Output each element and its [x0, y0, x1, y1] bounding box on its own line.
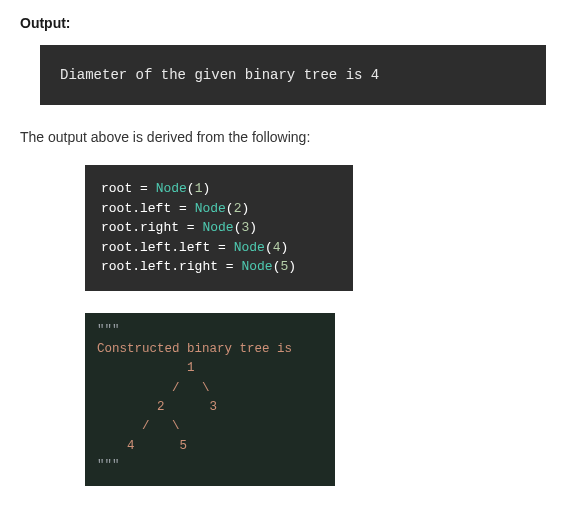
- code-token: Node: [234, 240, 265, 255]
- code-token: [226, 240, 234, 255]
- code-token: root.left: [101, 201, 179, 216]
- code-token: Node: [202, 220, 233, 235]
- code-block-tree-construction: root = Node(1) root.left = Node(2) root.…: [85, 165, 353, 291]
- explanation-text: The output above is derived from the fol…: [20, 129, 566, 145]
- code-token: =: [187, 220, 195, 235]
- code-token: =: [140, 181, 148, 196]
- output-result-block: Diameter of the given binary tree is 4: [40, 45, 546, 105]
- code-token: (: [187, 181, 195, 196]
- code-token: root: [101, 181, 140, 196]
- code-token: Node: [156, 181, 187, 196]
- code-token: =: [218, 240, 226, 255]
- code-token: ): [202, 181, 210, 196]
- tree-comment-line: 2 3: [97, 400, 217, 414]
- tree-comment-line: 4 5: [97, 439, 187, 453]
- code-token: 4: [273, 240, 281, 255]
- code-token: ): [288, 259, 296, 274]
- code-token: ): [241, 201, 249, 216]
- code-token: [148, 181, 156, 196]
- code-token: [187, 201, 195, 216]
- code-token: (: [265, 240, 273, 255]
- code-token: =: [179, 201, 187, 216]
- docstring-quote: """: [97, 323, 120, 337]
- code-token: ): [249, 220, 257, 235]
- code-token: =: [226, 259, 234, 274]
- tree-comment-line: / \: [97, 381, 210, 395]
- tree-comment-line: 1: [97, 361, 195, 375]
- code-token: root.left.left: [101, 240, 218, 255]
- code-token: Node: [241, 259, 272, 274]
- code-token: (: [226, 201, 234, 216]
- tree-comment-line: Constructed binary tree is: [97, 342, 292, 356]
- output-heading: Output:: [20, 15, 566, 31]
- code-token: root.right: [101, 220, 187, 235]
- code-token: Node: [195, 201, 226, 216]
- code-token: ): [281, 240, 289, 255]
- tree-comment-line: / \: [97, 419, 180, 433]
- docstring-quote: """: [97, 458, 120, 472]
- code-block-tree-diagram: """ Constructed binary tree is 1 / \ 2 3…: [85, 313, 335, 486]
- code-token: root.left.right: [101, 259, 226, 274]
